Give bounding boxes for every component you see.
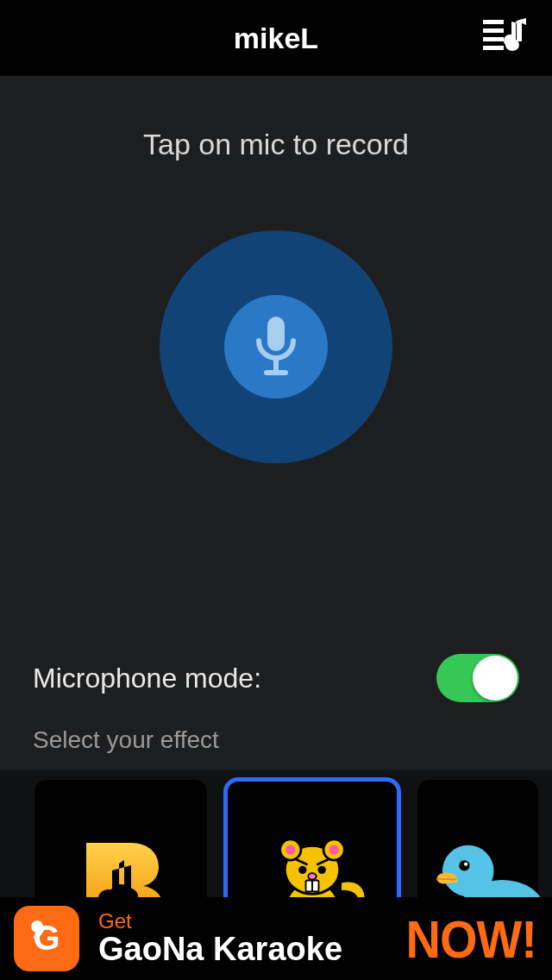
record-panel: Tap on mic to record bbox=[0, 76, 552, 645]
ad-app-icon: G bbox=[14, 906, 79, 971]
playlist-icon[interactable] bbox=[483, 16, 526, 60]
svg-point-19 bbox=[285, 845, 295, 854]
microphone-icon bbox=[224, 295, 328, 399]
svg-point-28 bbox=[459, 860, 469, 870]
ad-text: Get GaoNa Karaoke bbox=[98, 910, 342, 966]
microphone-mode-label: Microphone mode: bbox=[33, 663, 261, 694]
ad-now-label: NOW! bbox=[405, 908, 536, 970]
svg-rect-0 bbox=[483, 20, 504, 24]
microphone-mode-row: Microphone mode: bbox=[0, 654, 552, 702]
microphone-mode-toggle[interactable] bbox=[436, 654, 519, 702]
svg-point-21 bbox=[298, 866, 306, 874]
svg-rect-2 bbox=[483, 37, 504, 41]
select-effect-label: Select your effect bbox=[0, 726, 552, 754]
record-instruction: Tap on mic to record bbox=[0, 128, 552, 161]
svg-rect-25 bbox=[312, 880, 318, 891]
svg-rect-6 bbox=[267, 317, 285, 351]
footer-ad-banner[interactable]: G Get GaoNa Karaoke NOW! bbox=[0, 897, 552, 980]
svg-rect-7 bbox=[273, 358, 279, 372]
svg-rect-1 bbox=[483, 28, 504, 33]
svg-rect-8 bbox=[264, 370, 288, 375]
ad-get-label: Get bbox=[98, 910, 342, 932]
app-header: mikeL bbox=[0, 0, 552, 76]
ad-app-name: GaoNa Karaoke bbox=[98, 933, 342, 967]
svg-point-27 bbox=[442, 845, 494, 897]
svg-rect-24 bbox=[306, 880, 312, 891]
svg-point-20 bbox=[329, 845, 339, 854]
toggle-knob bbox=[473, 656, 518, 700]
svg-point-29 bbox=[464, 863, 467, 866]
svg-rect-3 bbox=[483, 46, 504, 50]
app-title: mikeL bbox=[234, 22, 318, 55]
svg-point-22 bbox=[318, 866, 326, 874]
svg-rect-5 bbox=[517, 21, 522, 41]
svg-point-23 bbox=[308, 873, 316, 879]
record-button[interactable] bbox=[160, 230, 392, 463]
